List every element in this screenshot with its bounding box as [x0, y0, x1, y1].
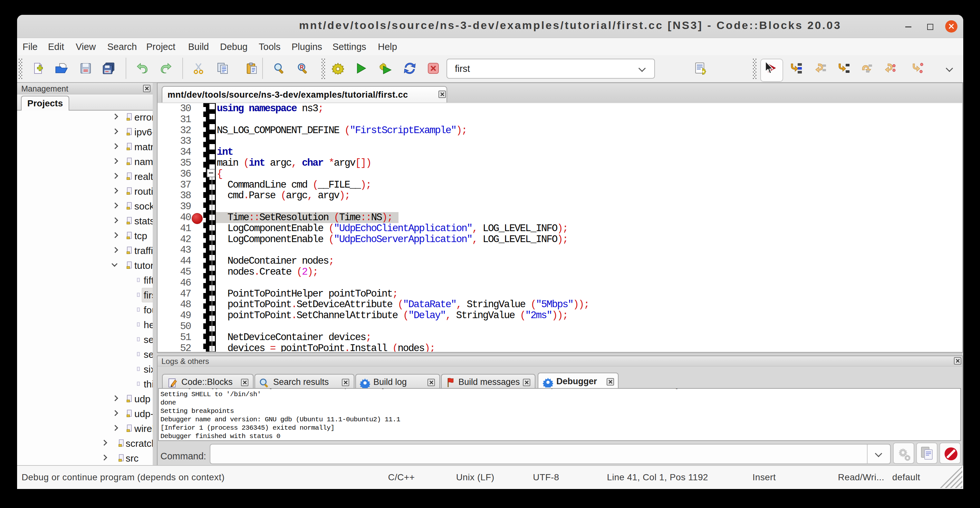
- svg-text:R: R: [300, 64, 304, 70]
